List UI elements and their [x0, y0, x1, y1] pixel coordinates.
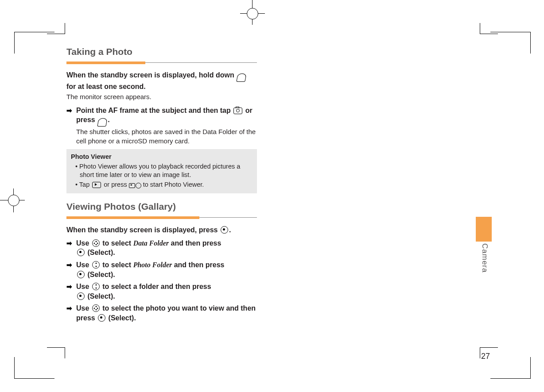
- side-tab-marker: [476, 217, 492, 242]
- dpad-4way-icon: [92, 304, 100, 312]
- step-arrow-icon: ➡: [66, 282, 74, 301]
- intro-text-2: for at least one second.: [66, 83, 146, 90]
- center-key-icon: [77, 271, 85, 278]
- intro-line: When the standby screen is displayed, ho…: [66, 70, 257, 92]
- camera-icon: [233, 108, 242, 114]
- center-key-icon: [77, 292, 85, 300]
- step-text-a: Point the AF frame at the subject and th…: [76, 107, 231, 114]
- photo-viewer-note: Photo Viewer • Photo Viewer allows you t…: [66, 149, 257, 193]
- t: Use: [76, 239, 89, 247]
- step-text-end: .: [108, 116, 109, 123]
- s2-intro-a: When the standby screen is displayed, pr…: [66, 226, 218, 234]
- note-bullet-1: • Photo Viewer allows you to playback re…: [75, 162, 253, 180]
- heading-rule: [66, 61, 257, 64]
- dpad-vertical-icon: [92, 283, 100, 290]
- t: (Select).: [109, 314, 136, 322]
- t: Use: [76, 261, 89, 269]
- t: Use: [76, 283, 89, 290]
- crop-mark-top-right: [490, 32, 531, 54]
- step-note: The shutter clicks, photos are saved in …: [76, 127, 257, 146]
- intro-text-1: When the standby screen is displayed, ho…: [66, 71, 234, 79]
- page-number: 27: [481, 352, 490, 361]
- step-body: Point the AF frame at the subject and th…: [76, 106, 257, 127]
- camera-key-icon: [97, 118, 107, 127]
- step-arrow-icon: ➡: [66, 106, 74, 127]
- s2-step3-body: Use to select a folder and then press (S…: [76, 282, 257, 301]
- heading-rule-2: [66, 216, 257, 219]
- t: Use: [76, 304, 89, 312]
- crop-mark-bottom-left-inner: [47, 347, 65, 358]
- t: to select: [102, 261, 131, 269]
- s2-step1: ➡ Use to select Data Folder and then pre…: [66, 238, 257, 257]
- note-title: Photo Viewer: [71, 153, 253, 161]
- step-arrow-icon: ➡: [66, 304, 74, 323]
- t: (Select).: [87, 271, 115, 278]
- t: and then press: [171, 239, 221, 247]
- italic-data-folder: Data Folder: [133, 239, 169, 247]
- note2b: or press: [104, 181, 127, 188]
- intro-plain: The monitor screen appears.: [66, 92, 257, 101]
- play-key-icon: [129, 183, 141, 188]
- s2-step4-body: Use to select the photo you want to view…: [76, 304, 257, 323]
- step-arrow-icon: ➡: [66, 238, 74, 257]
- center-key-icon: [77, 249, 85, 256]
- note-bullet-1-text: Photo Viewer allows you to playback reco…: [79, 163, 240, 179]
- heading-taking-a-photo: Taking a Photo: [66, 46, 257, 57]
- center-key-icon: [221, 226, 228, 234]
- t: to select: [102, 239, 131, 247]
- note2a: Tap: [79, 181, 89, 188]
- note-bullet-2: • Tap or press to start Photo Viewer.: [75, 181, 253, 189]
- s2-step1-body: Use to select Data Folder and then press…: [76, 238, 257, 257]
- crop-mark-top-left-inner: [47, 23, 65, 34]
- dpad-vertical-icon: [92, 261, 100, 269]
- crop-mark-top-right-inner: [480, 23, 498, 34]
- s2-intro-end: .: [229, 226, 231, 234]
- crop-mark-top-left: [14, 32, 54, 54]
- dpad-4way-icon: [92, 239, 100, 247]
- t: and then press: [174, 261, 225, 269]
- side-tab-label: Camera: [480, 243, 489, 273]
- page-content: Taking a Photo When the standby screen i…: [66, 46, 257, 324]
- t: (Select).: [87, 292, 115, 300]
- crop-mark-bottom-left: [14, 357, 54, 379]
- s2-step2-body: Use to select Photo Folder and then pres…: [76, 260, 257, 279]
- s2-step4: ➡ Use to select the photo you want to vi…: [66, 304, 257, 323]
- t: to select a folder and then press: [102, 283, 211, 290]
- italic-photo-folder: Photo Folder: [133, 261, 172, 269]
- s2-step3: ➡ Use to select a folder and then press …: [66, 282, 257, 301]
- play-icon: [92, 182, 101, 188]
- note2c: to start Photo Viewer.: [143, 181, 204, 188]
- heading-viewing-photos: Viewing Photos (Gallary): [66, 201, 257, 212]
- section2-intro: When the standby screen is displayed, pr…: [66, 225, 257, 235]
- step-arrow-icon: ➡: [66, 260, 74, 279]
- center-key-icon: [98, 314, 105, 322]
- s2-step2: ➡ Use to select Photo Folder and then pr…: [66, 260, 257, 279]
- camera-key-icon: [237, 73, 247, 82]
- crop-mark-bottom-right: [490, 357, 531, 379]
- step-point-af: ➡ Point the AF frame at the subject and …: [66, 106, 257, 127]
- t: (Select).: [87, 249, 115, 256]
